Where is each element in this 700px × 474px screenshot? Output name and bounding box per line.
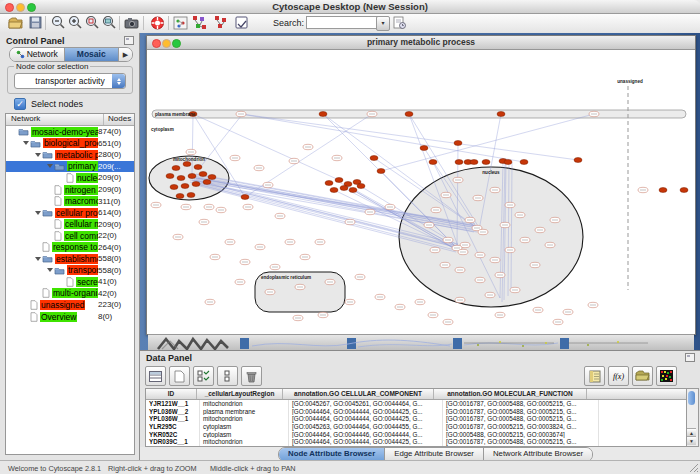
selected-node[interactable] [194, 165, 202, 170]
table-cell[interactable]: [GO:0016787, GO:0005488, GO:0005215, G..… [443, 400, 599, 408]
table-cell[interactable]: [GO:0044464, GO:0044444, GO:0044425, G..… [289, 438, 443, 446]
selected-node[interactable] [330, 188, 338, 193]
selected-node[interactable] [172, 166, 180, 171]
expand-triangle-icon[interactable] [46, 164, 54, 168]
tree-row[interactable]: cell communicat22(0) [6, 230, 134, 242]
column-go-cellular-component[interactable]: annotation.GO CELLULAR_COMPONENT [283, 389, 434, 399]
selected-node[interactable] [340, 186, 348, 191]
scrollbar-thumb[interactable] [688, 391, 695, 405]
table-cell[interactable]: mitochondrion [200, 400, 289, 408]
table-cell[interactable]: [GO:0045263, GO:0044464, GO:0044455, G..… [289, 423, 443, 431]
table-cell[interactable]: [GO:0016787, GO:0005215, GO:0003824, G..… [443, 423, 599, 431]
selected-node[interactable] [420, 146, 428, 151]
table-cell[interactable]: [GO:0045267, GO:0045261, GO:0044464, G..… [289, 400, 443, 408]
selected-node[interactable] [370, 156, 378, 161]
table-cell[interactable]: [GO:0016787, GO:0005488, GO:0005215, G..… [443, 438, 599, 446]
selected-node[interactable] [188, 174, 196, 179]
selected-node[interactable] [357, 184, 365, 189]
table-cell[interactable]: plasma membrane [200, 408, 289, 416]
selected-node[interactable] [177, 176, 185, 181]
network-canvas[interactable]: plasma membranecytoplasmmitochondrionnuc… [148, 50, 692, 332]
annotation-icon[interactable] [233, 15, 250, 31]
search-dropdown-icon[interactable]: ▾ [376, 16, 390, 31]
tree-row[interactable]: response to stimul264(0) [6, 241, 134, 253]
select-attributes-icon[interactable] [193, 366, 214, 386]
selected-node[interactable] [377, 169, 385, 174]
import-attributes-icon[interactable] [632, 366, 653, 386]
column-id[interactable]: ID [146, 389, 197, 399]
function-builder-icon[interactable]: f(x) [608, 366, 629, 386]
tree-row[interactable]: secretion41(0) [6, 276, 134, 288]
attribute-table-icon[interactable] [145, 366, 166, 386]
scroll-down-icon[interactable]: ▼ [687, 436, 696, 445]
network-view-window[interactable]: primary metabolic process plasma membran… [146, 35, 696, 335]
tree-row[interactable]: cellular metabo209(0) [6, 218, 134, 230]
delete-attribute-icon[interactable] [241, 366, 262, 386]
zoom-fit-icon[interactable] [101, 15, 118, 31]
help-icon[interactable] [149, 15, 166, 31]
table-cell[interactable]: YPL036W__2 [146, 408, 200, 416]
selected-node[interactable] [183, 162, 191, 167]
selected-node[interactable] [574, 158, 582, 163]
select-nodes-checkbox[interactable]: ✓ [14, 98, 26, 110]
table-cell[interactable]: cytoplasm [200, 423, 289, 431]
notes-icon[interactable] [584, 366, 605, 386]
heatmap-icon[interactable] [656, 366, 677, 386]
table-row[interactable]: YPL036W__1mitochondrion[GO:0044464, GO:0… [146, 415, 687, 423]
tab-network[interactable]: Network [10, 48, 65, 61]
tree-row[interactable]: multi-organism pro42(0) [6, 288, 134, 300]
expand-triangle-icon[interactable] [46, 268, 54, 272]
table-cell[interactable]: [GO:0044464, GO:0044444, GO:0044425, G..… [289, 408, 443, 416]
table-cell[interactable]: YJR121W__1 [146, 400, 200, 408]
expand-triangle-icon[interactable] [34, 211, 42, 215]
layout-icon-1[interactable] [191, 15, 208, 31]
tree-row[interactable]: mosaic-demo-yeast874(0) [6, 126, 134, 138]
column-cellular-layout-region[interactable]: _cellularLayoutRegion [197, 389, 283, 399]
expand-triangle-icon[interactable] [34, 153, 42, 157]
table-cell[interactable]: [GO:0016787, GO:0005488, GO:0005215, G..… [443, 408, 599, 416]
table-cell[interactable]: YPL036W__1 [146, 415, 200, 423]
selected-node[interactable] [482, 160, 490, 165]
table-cell[interactable]: [GO:0016787, GO:0005488, GO:0005215, G..… [443, 415, 599, 423]
table-cell[interactable]: mitochondrion [200, 415, 289, 423]
selected-node[interactable] [455, 160, 463, 165]
table-cell[interactable]: [GO:0005488, GO:0005215, GO:0003674] [443, 431, 599, 439]
tab-overflow-arrow[interactable]: ▶ [119, 48, 132, 61]
tree-row[interactable]: Overview8(0) [6, 311, 134, 323]
table-row[interactable]: YJR121W__1mitochondrion[GO:0045267, GO:0… [146, 400, 687, 408]
selected-node[interactable] [470, 160, 478, 165]
table-cell[interactable]: YDR039C__1 [146, 438, 200, 446]
selected-node[interactable] [429, 160, 437, 165]
table-cell[interactable]: cytoplasm [200, 431, 289, 439]
tree-row[interactable]: cellular process614(0) [6, 207, 134, 219]
tree-row[interactable]: nitrogen compo209(0) [6, 184, 134, 196]
table-row[interactable]: YLR295Ccytoplasm[GO:0045263, GO:0044464,… [146, 423, 687, 431]
selected-node[interactable] [241, 195, 249, 200]
tree-row[interactable]: establishment of lo558(0) [6, 253, 134, 265]
expand-triangle-icon[interactable] [34, 257, 42, 261]
selected-node[interactable] [170, 185, 178, 190]
new-attribute-icon[interactable] [169, 366, 190, 386]
table-cell[interactable]: YKR052C [146, 431, 200, 439]
table-cell[interactable]: YLR295C [146, 423, 200, 431]
selected-node[interactable] [349, 188, 357, 193]
selected-node[interactable] [208, 175, 216, 180]
column-go-molecular-function[interactable]: annotation.GO MOLECULAR_FUNCTION [434, 389, 587, 399]
tree-row[interactable]: metabolic process280(0) [6, 149, 134, 161]
float-panel-icon[interactable] [124, 36, 134, 45]
selected-node[interactable] [504, 160, 512, 165]
selected-node[interactable] [319, 112, 327, 117]
search-input[interactable] [306, 16, 378, 29]
snapshot-icon[interactable] [123, 15, 140, 31]
selected-node[interactable] [659, 188, 667, 193]
tree-row[interactable]: primary metabo209(... [6, 161, 134, 173]
resize-grip-icon[interactable] [689, 463, 699, 473]
selected-node[interactable] [520, 160, 528, 165]
selected-node[interactable] [325, 181, 333, 186]
table-cell[interactable]: mitochondrion [200, 438, 289, 446]
unselect-attributes-icon[interactable] [217, 366, 238, 386]
table-row[interactable]: YKR052Ccytoplasm[GO:0044464, GO:0044446,… [146, 431, 687, 439]
table-cell[interactable]: [GO:0044464, GO:0044444, GO:0044425, G..… [289, 415, 443, 423]
tree-row[interactable]: nucleobase-209(0) [6, 172, 134, 184]
data-panel-float-icon[interactable] [685, 353, 695, 362]
